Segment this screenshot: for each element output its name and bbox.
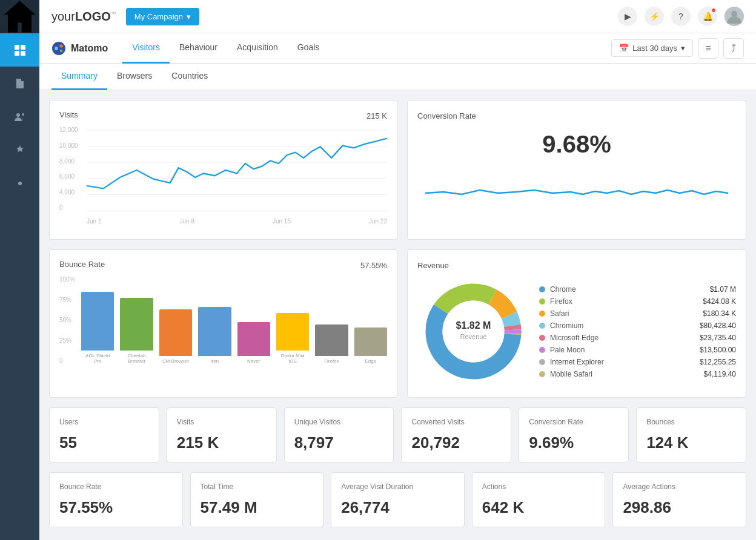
subnav: Summary Browsers Countries xyxy=(39,64,756,90)
stat-unique-visits: Unique Visitos 8,797 xyxy=(284,407,394,463)
stat-actions: Actions 642 K xyxy=(472,472,606,527)
navbar: Matomo Visitors Behaviour Acquisition Go… xyxy=(39,33,756,64)
svg-point-11 xyxy=(52,42,65,55)
sidebar-settings[interactable] xyxy=(0,166,39,200)
share-button[interactable]: ⤴ xyxy=(723,38,744,59)
bounce-y-0: 0 xyxy=(59,357,80,364)
topbar: yourLOGO™ My Campaign ▾ ▶ ⚡ ? 🔔 xyxy=(39,0,756,33)
y-label-0: 0 xyxy=(59,205,87,211)
legend-name-msedge: Microsoft Edge xyxy=(550,334,695,342)
svg-text:Revenue: Revenue xyxy=(460,333,486,340)
legend-chrome: Chrome $1.07 M xyxy=(539,285,736,294)
date-range-button[interactable]: 📅 Last 30 days ▾ xyxy=(611,39,693,57)
bar-iron-label: Iron xyxy=(210,358,219,364)
subnav-countries[interactable]: Countries xyxy=(162,64,217,90)
revenue-title: Revenue xyxy=(417,261,449,270)
legend-val-chromium: $80,428.40 xyxy=(700,321,736,330)
conversion-title: Conversion Rate xyxy=(417,111,476,120)
bar-aol-label: AOL Shield Pro xyxy=(81,353,114,364)
stat-converted-visits-label: Converted Visits xyxy=(411,418,501,426)
y-label-8000: 8,000 xyxy=(59,158,87,165)
legend-dot-firefox xyxy=(539,298,545,305)
bar-cm: CM Browser xyxy=(159,309,192,364)
stat-avg-duration-label: Average Visit Duration xyxy=(341,482,454,491)
nav-goals[interactable]: Goals xyxy=(288,33,330,64)
bar-naver-fill xyxy=(237,322,270,356)
nav-acquisition[interactable]: Acquisition xyxy=(227,33,288,64)
stat-avg-actions: Average Actions 298.86 xyxy=(612,472,746,527)
bell-icon-btn[interactable]: 🔔 xyxy=(698,7,717,26)
chevron-icon: ▾ xyxy=(681,44,685,53)
bar-aol: AOL Shield Pro xyxy=(81,292,114,364)
sidebar-plugins[interactable] xyxy=(0,133,39,166)
stat-bounce-rate-value: 57.55% xyxy=(59,498,173,517)
legend-val-chrome: $1.07 M xyxy=(710,285,736,294)
stat-users-value: 55 xyxy=(59,433,149,452)
nav-visitors[interactable]: Visitors xyxy=(122,33,170,64)
gear-icon xyxy=(14,177,26,189)
x-label-jun8: Jun 8 xyxy=(179,218,194,225)
stat-bounce-rate-label: Bounce Rate xyxy=(59,482,173,491)
legend-dot-chromium xyxy=(539,323,545,329)
stat-actions-value: 642 K xyxy=(482,498,595,517)
main-content: yourLOGO™ My Campaign ▾ ▶ ⚡ ? 🔔 xyxy=(39,0,756,540)
stat-actions-label: Actions xyxy=(482,482,595,491)
video-icon-btn[interactable]: ▶ xyxy=(618,7,637,26)
bounce-y-50: 50% xyxy=(59,317,80,323)
y-label-4000: 4,000 xyxy=(59,189,87,196)
bar-firefox-fill xyxy=(315,324,348,356)
donut-container: $1.82 M Revenue xyxy=(417,275,529,387)
bar-naver: Naver xyxy=(237,322,270,364)
bar-aol-fill xyxy=(81,292,114,351)
nav-links: Visitors Behaviour Acquisition Goals xyxy=(122,33,329,64)
help-icon-btn[interactable]: ? xyxy=(671,7,691,26)
bar-edge-fill xyxy=(354,328,387,356)
stat-avg-actions-value: 298.86 xyxy=(623,498,736,517)
bounce-y-25: 25% xyxy=(59,337,80,344)
bar-edge-label: Edge xyxy=(365,358,376,364)
campaign-button[interactable]: My Campaign ▾ xyxy=(126,8,199,25)
chart-view-button[interactable]: ≡ xyxy=(698,38,718,59)
calendar-icon: 📅 xyxy=(619,44,629,53)
bar-firefox-label: Firefox xyxy=(324,358,339,364)
stats-row-2: Bounce Rate 57.55% Total Time 57.49 M Av… xyxy=(49,472,746,527)
legend-firefox: Firefox $424.08 K xyxy=(539,297,736,306)
lightning-icon-btn[interactable]: ⚡ xyxy=(645,7,664,26)
sidebar-users[interactable] xyxy=(0,100,39,133)
bar-opera-label: Opera Mini iOS xyxy=(276,353,309,364)
visits-chart-container: 12,000 10,000 8,000 6,000 4,000 0 xyxy=(59,127,387,229)
svg-point-12 xyxy=(55,47,58,50)
legend-ie: Internet Explorer $12,255.25 xyxy=(539,358,736,366)
bar-iron-fill xyxy=(198,307,231,356)
stat-visits-value: 215 K xyxy=(177,433,267,452)
conversion-rate-card: Conversion Rate 9.68% xyxy=(407,100,746,240)
stat-conv-rate-value: 9.69% xyxy=(529,433,618,452)
sidebar-home[interactable] xyxy=(0,0,39,33)
svg-rect-2 xyxy=(15,51,19,56)
file-icon xyxy=(14,77,26,90)
stat-avg-duration: Average Visit Duration 26,774 xyxy=(331,472,465,527)
user-avatar[interactable] xyxy=(724,7,744,26)
legend-dot-palemoon xyxy=(539,347,545,353)
topbar-right: ▶ ⚡ ? 🔔 xyxy=(618,7,744,26)
svg-point-13 xyxy=(60,44,63,47)
legend-name-chromium: Chromium xyxy=(550,321,695,330)
sidebar-dashboard[interactable] xyxy=(0,33,39,67)
visits-total: 215 K xyxy=(366,111,387,120)
conversion-value: 9.68% xyxy=(417,121,736,163)
bounce-chart-area: 100% 75% 50% 25% 0 AOL Shield Pro xyxy=(59,276,387,364)
stat-unique-visits-label: Unique Visitos xyxy=(294,418,384,426)
row-1: Visits 215 K 12,000 10,000 8,000 6,000 4… xyxy=(49,100,746,240)
nav-behaviour[interactable]: Behaviour xyxy=(170,33,227,64)
legend-msedge: Microsoft Edge $23,735.40 xyxy=(539,334,736,342)
bar-opera: Opera Mini iOS xyxy=(276,313,309,364)
bar-edge: Edge xyxy=(354,328,387,364)
legend-val-safari: $180.34 K xyxy=(703,309,736,318)
subnav-browsers[interactable]: Browsers xyxy=(107,64,162,90)
bar-naver-label: Naver xyxy=(247,358,260,364)
stats-row-1: Users 55 Visits 215 K Unique Visitos 8,7… xyxy=(49,407,746,463)
subnav-summary[interactable]: Summary xyxy=(51,64,107,90)
sidebar-reports[interactable] xyxy=(0,67,39,100)
stat-visits-label: Visits xyxy=(177,418,267,426)
legend-name-chrome: Chrome xyxy=(550,285,705,294)
